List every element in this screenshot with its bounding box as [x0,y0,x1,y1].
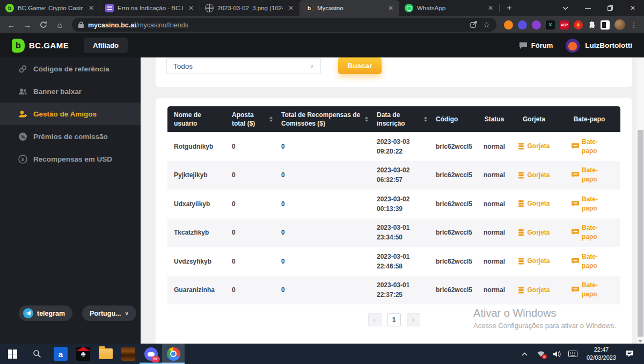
volume-icon[interactable] [550,344,564,364]
col-code: Código [429,106,479,132]
col-commission-total[interactable]: Total de Recompensas de Comissões ($) [275,106,370,132]
tab-title: WhatsApp [417,5,482,11]
home-icon[interactable]: ⌂ [53,18,67,32]
chat-link[interactable]: Bate-papo [572,195,607,213]
language-selector[interactable]: Portugu... ∨ [82,305,136,321]
tab-close-icon[interactable]: ✕ [187,4,195,12]
tab-erro-indicacao[interactable]: Erro na Indicação - BC.Game ✕ [100,0,200,16]
purple-wallet-icon[interactable] [532,20,541,30]
cell-chat: Bate-papo [558,195,620,213]
minimize-button[interactable] [576,0,599,16]
time: 06:32:57 [377,176,402,184]
telegram-button[interactable]: telegram [19,305,72,321]
action-center-icon[interactable] [623,344,636,364]
taskbar-amd-app[interactable]: a [49,344,72,364]
sidebar-item-codigos-referencia[interactable]: Códigos de referência [0,57,141,80]
taskbar-chrome-app[interactable] [162,344,185,364]
filter-select[interactable]: Todos ∨ [166,58,321,74]
start-button[interactable] [0,344,25,364]
tab-close-icon[interactable]: ✕ [87,4,96,12]
tab-image[interactable]: 2023-03-02_3.png (1024×76 ✕ [200,0,299,16]
current-page[interactable]: 1 [387,313,401,326]
stop-hand-extension-icon[interactable]: ✋ [574,20,583,30]
chat-label: Bate-papo [582,137,607,156]
share-icon[interactable] [470,20,478,28]
metamask-icon[interactable] [504,20,513,30]
tip-link[interactable]: Gorjeta [518,199,550,208]
sidebar-item-recompensas-usd[interactable]: $ Recompensas em USD [0,148,141,170]
taskbar-wood-game-app[interactable] [117,344,140,364]
col-bet-total[interactable]: Aposta total ($) [225,106,275,132]
windows-activation-watermark: Ativar o Windows Acesse Configurações pa… [473,307,616,330]
tip-link[interactable]: Gorjeta [518,171,550,180]
new-tab-button[interactable]: + [502,1,516,15]
tip-link[interactable]: Gorjeta [518,228,550,237]
date: 2023-03-01 [377,253,409,260]
sidebar-item-banner-baixar[interactable]: Banner baixar [0,80,141,103]
x-extension-icon[interactable]: X [546,20,555,30]
chat-link[interactable]: Bate-papo [572,166,607,184]
tab-bcgame[interactable]: b BC.Game: Crypto Casino Gam ✕ [0,0,100,16]
date: 2023-03-02 [377,195,409,203]
tab-close-icon[interactable]: ✕ [287,4,295,12]
keyboard-icon[interactable] [566,344,580,364]
forward-icon[interactable]: → [20,18,34,32]
tab-mycasino-active[interactable]: b Mycasino ✕ [299,0,399,16]
taskbar-discord-app[interactable]: 9+ [140,344,162,364]
bookmark-star-icon[interactable]: ☆ [483,20,490,29]
tip-link[interactable]: Gorjeta [518,142,550,151]
sort-icon[interactable] [269,117,273,122]
tray-expand-chevron-icon[interactable] [518,344,532,364]
sidebar-item-gestao-de-amigos[interactable]: Gestão de Amigos [0,103,141,125]
tip-link[interactable]: Gorjeta [518,286,550,295]
back-icon[interactable]: ← [4,18,18,32]
tab-whatsapp[interactable]: WhatsApp ✕ [399,0,499,16]
chat-link[interactable]: Bate-papo [572,137,607,156]
phantom-wallet-icon[interactable] [518,20,527,30]
col-signup-date[interactable]: Data de inscrição [370,106,429,132]
chat-link[interactable]: Bate-papo [572,281,607,299]
next-page-button[interactable]: › [407,313,420,326]
close-window-button[interactable]: ✕ [621,0,644,16]
taskbar-clock[interactable]: 22:47 02/03/2023 [582,346,620,362]
forum-link[interactable]: Fórum [519,41,553,49]
address-bar[interactable]: mycasino.bc.ai/mycasino/friends ☆ [72,18,496,32]
network-error-icon[interactable]: ✕ [534,344,548,364]
prev-page-button[interactable]: ‹ [368,313,382,326]
adblock-plus-icon[interactable]: ABP [560,20,569,30]
search-button[interactable]: Buscar [338,57,382,74]
forum-list-icon [105,4,114,12]
reload-icon[interactable] [36,18,50,32]
taskbar-file-explorer[interactable] [94,344,117,364]
chat-link[interactable]: Bate-papo [572,252,607,271]
tab-close-icon[interactable]: ✕ [386,4,395,12]
tab-search-chevron-icon[interactable] [554,0,576,16]
sidebar-extension-icon[interactable] [601,20,610,30]
sort-icon[interactable] [424,117,427,122]
scrollbar-thumb[interactable] [638,130,643,337]
taskbar-club-game-app[interactable]: ♣ [72,344,94,364]
cell-status: normal [479,199,510,209]
bcgame-logo[interactable]: BC.GAME [12,39,69,53]
bcgame-green-icon: b [5,4,14,12]
sort-icon[interactable] [365,117,368,122]
taskbar-search-button[interactable] [25,344,49,364]
url-text: mycasino.bc.ai/mycasino/friends [88,20,188,30]
tab-close-icon[interactable]: ✕ [486,4,495,12]
svg-text:%: % [20,134,25,139]
cell-bet-total: 0 [225,257,275,266]
restore-button[interactable] [599,0,621,16]
profile-avatar[interactable] [614,19,625,30]
page-scrollbar[interactable] [636,57,644,344]
cell-commission-total: 0 [275,285,370,295]
menu-kebab-icon[interactable]: ⋮ [630,21,638,29]
affiliate-nav-chip[interactable]: Afiliado [84,38,128,53]
tip-link[interactable]: Gorjeta [518,257,550,266]
sidebar-item-premios-comissao[interactable]: % Prêmios de comissão [0,125,141,148]
user-name[interactable]: LuizBortolotti [585,41,632,49]
scrollbar-down-arrow[interactable] [638,340,642,343]
chat-link[interactable]: Bate-papo [572,223,607,242]
user-avatar[interactable] [566,39,580,53]
cell-commission-total: 0 [275,170,370,180]
extensions-puzzle-icon[interactable] [588,21,596,29]
